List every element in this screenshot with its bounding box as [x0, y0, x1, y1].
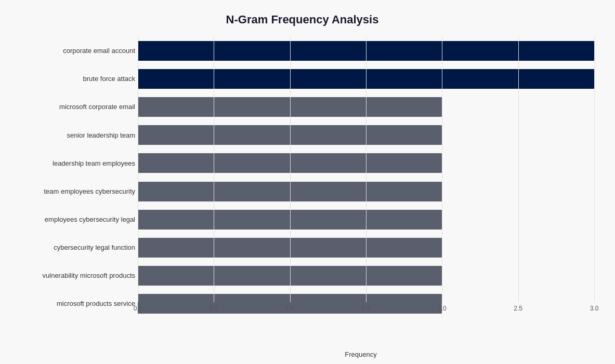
x-tick: 3.0 — [590, 305, 599, 312]
y-label: leadership team employees — [10, 158, 135, 169]
y-label: microsoft products service — [10, 299, 135, 309]
y-label: senior leadership team — [10, 130, 135, 141]
bar-row — [138, 150, 594, 177]
bar — [138, 266, 442, 286]
y-label: microsoft corporate email — [10, 102, 135, 112]
bar-row — [138, 206, 594, 233]
bars-area: 0.00.51.01.52.02.53.0 — [138, 37, 594, 318]
x-tick: 2.0 — [438, 305, 447, 312]
y-label: corporate email account — [10, 46, 135, 56]
bar — [138, 238, 442, 258]
bar — [138, 41, 594, 61]
x-tick: 2.5 — [514, 305, 522, 312]
chart-area: corporate email accountbrute force attac… — [10, 37, 594, 318]
bar-row — [138, 262, 594, 289]
bar-row — [138, 65, 594, 92]
y-label: vulnerability microsoft products — [10, 271, 135, 281]
x-tick: 0.5 — [210, 305, 218, 312]
x-tick: 1.0 — [285, 305, 294, 312]
bar-row — [138, 93, 594, 120]
y-labels: corporate email accountbrute force attac… — [10, 37, 138, 318]
bar-row — [138, 178, 594, 205]
bar-row — [138, 122, 594, 149]
x-axis-label: Frequency — [345, 350, 376, 358]
y-label: employees cybersecurity legal — [10, 214, 135, 225]
bar-row — [138, 37, 594, 64]
x-tick: 0.0 — [134, 305, 142, 312]
bar — [138, 210, 442, 230]
bar — [138, 125, 442, 145]
chart-container: N-Gram Frequency Analysis corporate emai… — [0, 0, 615, 364]
bar — [138, 69, 594, 89]
bar — [138, 97, 442, 117]
bar — [138, 182, 442, 201]
x-tick: 1.5 — [362, 305, 371, 312]
grid-line — [594, 37, 595, 302]
chart-title: N-Gram Frequency Analysis — [10, 10, 594, 26]
bar-row — [138, 234, 594, 261]
y-label: brute force attack — [10, 74, 135, 84]
y-label: team employees cybersecurity — [10, 186, 135, 197]
x-axis: 0.00.51.01.52.02.53.0 — [138, 302, 594, 318]
bar — [138, 153, 442, 173]
y-label: cybersecurity legal function — [10, 242, 135, 253]
